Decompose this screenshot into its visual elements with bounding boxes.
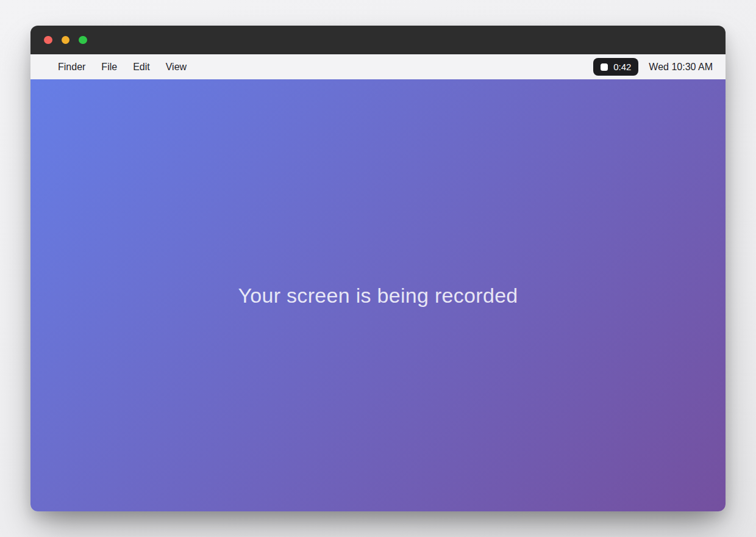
window-titlebar [30, 26, 726, 54]
close-button[interactable] [44, 36, 52, 45]
menu-item-edit[interactable]: Edit [133, 62, 150, 73]
menu-bar: Finder File Edit View 0:42 Wed 10:30 AM [30, 54, 726, 79]
recording-timer: 0:42 [613, 62, 631, 72]
menu-item-file[interactable]: File [101, 62, 117, 73]
menubar-clock: Wed 10:30 AM [649, 62, 713, 73]
menu-item-finder[interactable]: Finder [58, 62, 85, 73]
stop-recording-icon [601, 63, 608, 71]
zoom-button[interactable] [79, 36, 87, 45]
recording-indicator-badge[interactable]: 0:42 [593, 58, 638, 76]
menu-items: Finder File Edit View [58, 62, 187, 73]
recorded-screen-area: Your screen is being recorded [30, 79, 726, 511]
minimize-button[interactable] [62, 36, 70, 45]
menu-item-view[interactable]: View [166, 62, 187, 73]
recording-message: Your screen is being recorded [238, 284, 518, 308]
screen-recording-window: Finder File Edit View 0:42 Wed 10:30 AM … [30, 26, 726, 511]
